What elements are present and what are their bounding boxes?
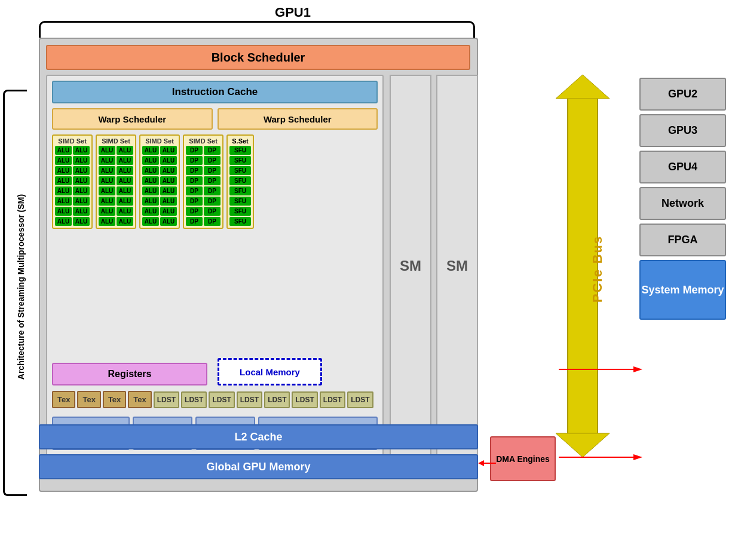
pcie-bus-label: PCIe Bus	[571, 78, 624, 460]
red-arrow-dma-left	[478, 457, 496, 469]
alu-cell: ALU	[99, 176, 115, 185]
alu-cell: ALU	[160, 156, 177, 165]
sfu-cell: SFU	[229, 186, 251, 195]
simd-set-4-label: SIMD Set	[186, 137, 220, 145]
alu-cell: ALU	[55, 176, 72, 185]
dp-cell: DP	[204, 207, 220, 216]
right-boxes: GPU2 GPU3 GPU4 Network FPGA System Memor…	[639, 78, 726, 320]
svg-marker-8	[633, 454, 642, 460]
sfu-cell: SFU	[229, 197, 251, 206]
alu-cell: ALU	[117, 217, 133, 226]
simd-set-3-label: SIMD Set	[142, 137, 177, 145]
simd-set-4-grid: DP DP DP DP DP DP DP DP DP DP DP DP DP D…	[186, 146, 220, 226]
warp-scheduler-2: Warp Scheduler	[218, 108, 378, 130]
alu-cell: ALU	[99, 207, 115, 216]
dp-cell: DP	[186, 146, 203, 155]
sm-box-2: SM	[436, 75, 478, 457]
alu-cell: ALU	[117, 197, 133, 206]
dp-cell: DP	[204, 176, 220, 185]
gpu1-label: GPU1	[233, 5, 353, 20]
alu-cell: ALU	[160, 197, 177, 206]
gpu-outer-box: Block Scheduler Instruction Cache Warp S…	[39, 38, 478, 492]
left-label-container: Architecture of Streaming Multiprocessor…	[9, 120, 33, 454]
alu-cell: ALU	[55, 166, 72, 175]
dp-cell: DP	[186, 176, 203, 185]
sfu-cell: SFU	[229, 176, 251, 185]
gpu4-box: GPU4	[639, 151, 726, 183]
alu-cell: ALU	[117, 207, 133, 216]
alu-cell: ALU	[117, 176, 133, 185]
alu-cell: ALU	[73, 146, 90, 155]
simd-set-4: SIMD Set DP DP DP DP DP DP DP DP DP DP D…	[183, 134, 223, 229]
l2-cache: L2 Cache	[39, 424, 478, 449]
simd-set-3: SIMD Set ALU ALU ALU ALU ALU ALU ALU ALU…	[139, 134, 180, 229]
system-memory-box: System Memory	[639, 260, 726, 320]
registers: Registers	[52, 363, 207, 385]
red-arrow-fpga	[559, 363, 642, 375]
fpga-box: FPGA	[639, 224, 726, 256]
instruction-cache: Instruction Cache	[52, 81, 378, 103]
alu-cell: ALU	[117, 166, 133, 175]
tex-1: Tex	[52, 391, 75, 408]
alu-cell: ALU	[142, 217, 159, 226]
simd-set-3-grid: ALU ALU ALU ALU ALU ALU ALU ALU ALU ALU …	[142, 146, 177, 226]
dp-cell: DP	[204, 146, 220, 155]
ldst-3: LDST	[209, 391, 234, 408]
alu-cell: ALU	[73, 186, 90, 195]
alu-cell: ALU	[117, 186, 133, 195]
block-scheduler: Block Scheduler	[46, 45, 470, 70]
alu-cell: ALU	[55, 156, 72, 165]
alu-cell: ALU	[160, 146, 177, 155]
simd-set-1-label: SIMD Set	[55, 137, 90, 145]
alu-cell: ALU	[99, 217, 115, 226]
alu-cell: ALU	[73, 197, 90, 206]
sset-label: S.Set	[229, 137, 251, 145]
tex-4: Tex	[128, 391, 151, 408]
alu-cell: ALU	[73, 156, 90, 165]
sm-box-1: SM	[390, 75, 431, 457]
ldst-5: LDST	[264, 391, 290, 408]
ldst-8: LDST	[347, 391, 373, 408]
dp-cell: DP	[186, 207, 203, 216]
tex-ldst-row: Tex Tex Tex Tex LDST LDST LDST LDST LDST…	[52, 391, 378, 408]
alu-cell: ALU	[99, 156, 115, 165]
alu-cell: ALU	[142, 197, 159, 206]
ldst-6: LDST	[292, 391, 317, 408]
simd-set-2: SIMD Set ALU ALU ALU ALU ALU ALU ALU ALU…	[96, 134, 136, 229]
alu-cell: ALU	[142, 207, 159, 216]
alu-cell: ALU	[99, 186, 115, 195]
pcie-bus-text: PCIe Bus	[590, 235, 605, 303]
red-arrow-system-memory	[559, 451, 642, 463]
main-container: GPU1 Architecture of Streaming Multiproc…	[0, 0, 735, 560]
dma-engines: DMA Engines	[490, 436, 556, 481]
sfu-cell: SFU	[229, 217, 251, 226]
simd-set-1: SIMD Set ALU ALU ALU ALU ALU ALU ALU ALU…	[52, 134, 93, 229]
dp-cell: DP	[186, 166, 203, 175]
ldst-7: LDST	[320, 391, 345, 408]
alu-cell: ALU	[160, 166, 177, 175]
network-box: Network	[639, 187, 726, 220]
warp-scheduler-1: Warp Scheduler	[52, 108, 213, 130]
alu-cell: ALU	[160, 186, 177, 195]
dp-cell: DP	[186, 156, 203, 165]
alu-cell: ALU	[160, 217, 177, 226]
alu-cell: ALU	[55, 186, 72, 195]
alu-cell: ALU	[73, 207, 90, 216]
local-memory: Local Memory	[218, 358, 322, 385]
alu-cell: ALU	[73, 176, 90, 185]
simd-set-2-grid: ALU ALU ALU ALU ALU ALU ALU ALU ALU ALU …	[99, 146, 133, 226]
dp-cell: DP	[186, 186, 203, 195]
svg-marker-10	[478, 460, 484, 466]
ldst-4: LDST	[237, 391, 262, 408]
alu-cell: ALU	[99, 146, 115, 155]
dp-cell: DP	[204, 186, 220, 195]
dp-cell: DP	[186, 217, 203, 226]
alu-cell: ALU	[142, 146, 159, 155]
alu-cell: ALU	[99, 166, 115, 175]
simd-set-2-label: SIMD Set	[99, 137, 133, 145]
svg-marker-6	[633, 366, 642, 372]
alu-cell: ALU	[142, 176, 159, 185]
alu-cell: ALU	[160, 176, 177, 185]
alu-cell: ALU	[160, 207, 177, 216]
tex-2: Tex	[77, 391, 100, 408]
